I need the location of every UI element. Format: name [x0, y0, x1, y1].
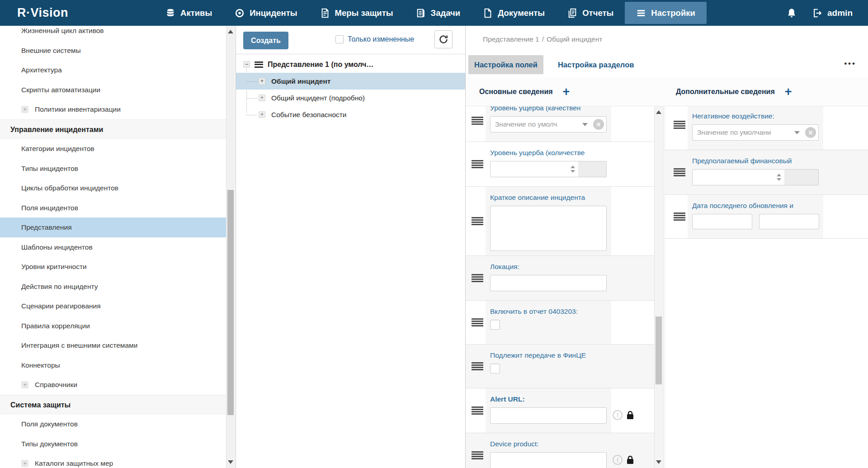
only-changed-checkbox[interactable]: [335, 35, 344, 43]
drag-handle-icon[interactable]: [472, 116, 483, 126]
clear-value-icon[interactable]: ✕: [805, 127, 816, 138]
sidebar-item-inventory-policies[interactable]: + Политики инвентаризации: [0, 99, 235, 119]
fields-scrollbar[interactable]: [654, 106, 664, 468]
scrollbar-thumb[interactable]: [656, 317, 662, 384]
sidebar-item-external-systems[interactable]: Внешние системы: [0, 41, 235, 61]
nav-item-settings[interactable]: Настройки: [625, 2, 707, 24]
nav-item-reports[interactable]: Отчеты: [556, 2, 625, 24]
date-to-input[interactable]: [759, 214, 819, 229]
default-value-select[interactable]: Значение по умолч ✕: [490, 116, 607, 132]
nav-item-tasks[interactable]: Задачи: [405, 2, 472, 24]
step-up-icon[interactable]: [777, 174, 781, 176]
step-down-icon[interactable]: [571, 170, 575, 173]
sidebar-section-incident-management[interactable]: Управление инцидентами: [0, 119, 235, 139]
nav-item-incidents[interactable]: Инциденты: [223, 2, 308, 24]
add-field-plus-icon[interactable]: +: [785, 86, 792, 98]
sidebar-item-document-types[interactable]: Типы документов: [0, 434, 235, 454]
sidebar-item-protection-catalogs[interactable]: + Каталоги защитных мер: [0, 454, 235, 468]
sidebar-item-incident-categories[interactable]: Категории инцидентов: [0, 139, 235, 159]
tree-node-common-incident-detailed[interactable]: + Общий инцидент (подробно): [236, 90, 465, 106]
number-stepper[interactable]: [567, 161, 578, 177]
number-value-input[interactable]: [491, 161, 567, 177]
tree-toolbar: Создать Только измененные: [236, 26, 465, 54]
drag-handle-icon[interactable]: [472, 361, 483, 371]
expand-plus-icon[interactable]: +: [21, 106, 28, 113]
sidebar-item-incident-types[interactable]: Типы инцидентов: [0, 159, 235, 179]
rvision-logo[interactable]: R·Vision: [17, 6, 68, 20]
expand-plus-icon[interactable]: +: [21, 460, 28, 467]
more-options-icon[interactable]: •••: [844, 59, 856, 68]
scroll-down-arrow[interactable]: [656, 460, 661, 464]
expand-plus-icon[interactable]: +: [259, 111, 265, 118]
number-value-input[interactable]: [693, 170, 774, 185]
drag-handle-icon[interactable]: [472, 216, 483, 226]
drag-handle-icon[interactable]: [674, 167, 685, 177]
sidebar-item-criticality-levels[interactable]: Уровни критичности: [0, 257, 235, 277]
sidebar-item-incident-cycles[interactable]: Циклы обработки инцидентов: [0, 178, 235, 198]
sidebar-item-architecture[interactable]: Архитектура: [0, 60, 235, 80]
number-input[interactable]: [490, 161, 607, 177]
nav-item-measures[interactable]: Меры защиты: [309, 2, 405, 24]
drag-handle-icon[interactable]: [472, 273, 483, 283]
sidebar-item-connectors[interactable]: Коннекторы: [0, 355, 235, 375]
device-product-input[interactable]: [490, 452, 607, 468]
sidebar-item-directories[interactable]: + Справочники: [0, 375, 235, 395]
expand-plus-icon[interactable]: +: [21, 381, 28, 388]
description-textarea[interactable]: [490, 206, 607, 251]
sidebar-item-incident-fields[interactable]: Поля инцидентов: [0, 198, 235, 218]
username-label: admin: [827, 8, 853, 18]
user-menu[interactable]: admin: [812, 8, 853, 18]
tab-section-settings[interactable]: Настройка разделов: [548, 55, 644, 74]
drag-handle-icon[interactable]: [472, 406, 483, 416]
sidebar-item-response-scenarios[interactable]: Сценарии реагирования: [0, 296, 235, 316]
sidebar-section-protection-system[interactable]: Система защиты: [0, 395, 235, 415]
default-value-select[interactable]: Значение по умолчани ✕: [692, 124, 819, 141]
scroll-up-arrow[interactable]: [656, 110, 661, 114]
drag-handle-icon[interactable]: [472, 450, 483, 460]
location-input[interactable]: [490, 275, 607, 291]
notifications-bell-icon[interactable]: [786, 8, 797, 19]
sidebar-scrollbar[interactable]: [226, 26, 235, 468]
sidebar-item-incident-actions[interactable]: Действия по инциденту: [0, 277, 235, 297]
add-field-plus-icon[interactable]: +: [563, 86, 570, 98]
fincert-checkbox[interactable]: [490, 364, 500, 373]
alert-url-input[interactable]: [490, 407, 607, 424]
drag-handle-icon[interactable]: [472, 317, 483, 327]
expand-plus-icon[interactable]: +: [259, 78, 265, 85]
drag-handle-icon[interactable]: [674, 212, 685, 222]
number-stepper[interactable]: [774, 170, 784, 185]
number-input[interactable]: [692, 169, 819, 185]
include-report-checkbox[interactable]: [490, 320, 500, 330]
database-icon: [165, 8, 175, 18]
tree-root-view-1[interactable]: − Представление 1 (по умолч…: [236, 56, 465, 73]
sidebar-item-incident-templates[interactable]: Шаблоны инцидентов: [0, 237, 235, 257]
clear-value-icon[interactable]: ✕: [593, 119, 604, 130]
sidebar-item-asset-lifecycle[interactable]: Жизненный цикл активов: [0, 26, 235, 41]
drag-handle-icon[interactable]: [472, 159, 483, 169]
create-button[interactable]: Создать: [243, 32, 288, 49]
sidebar-item-views[interactable]: Представления: [0, 217, 235, 237]
drag-handle-icon[interactable]: [674, 120, 685, 130]
scrollbar-thumb[interactable]: [227, 190, 234, 415]
scroll-up-arrow[interactable]: [228, 30, 233, 33]
step-down-icon[interactable]: [777, 178, 781, 181]
section-headers-row: Основные сведения + Дополнительные сведе…: [466, 78, 868, 106]
refresh-button[interactable]: [434, 30, 453, 48]
sidebar-item-automation-scripts[interactable]: Скрипты автоматизации: [0, 80, 235, 100]
sidebar-item-external-integration[interactable]: Интеграция с внешними системами: [0, 336, 235, 355]
tab-field-settings[interactable]: Настройка полей: [468, 55, 543, 74]
document-icon: [483, 8, 493, 18]
nav-item-documents[interactable]: Документы: [472, 2, 556, 24]
collapse-minus-icon[interactable]: −: [243, 61, 250, 68]
date-from-input[interactable]: [692, 214, 752, 229]
sidebar-item-document-fields[interactable]: Поля документов: [0, 414, 235, 434]
nav-item-assets[interactable]: Активы: [154, 2, 223, 24]
sidebar-item-correlation-rules[interactable]: Правила корреляции: [0, 316, 235, 336]
step-up-icon[interactable]: [571, 165, 575, 168]
number-unit-area: [784, 170, 818, 185]
tree-node-security-event[interactable]: + Событие безопасности: [236, 106, 465, 123]
expand-plus-icon[interactable]: +: [259, 95, 265, 101]
only-changed-filter[interactable]: Только измененные: [335, 35, 414, 43]
tree-node-common-incident[interactable]: + Общий инцидент: [236, 73, 465, 90]
scroll-down-arrow[interactable]: [228, 460, 233, 464]
